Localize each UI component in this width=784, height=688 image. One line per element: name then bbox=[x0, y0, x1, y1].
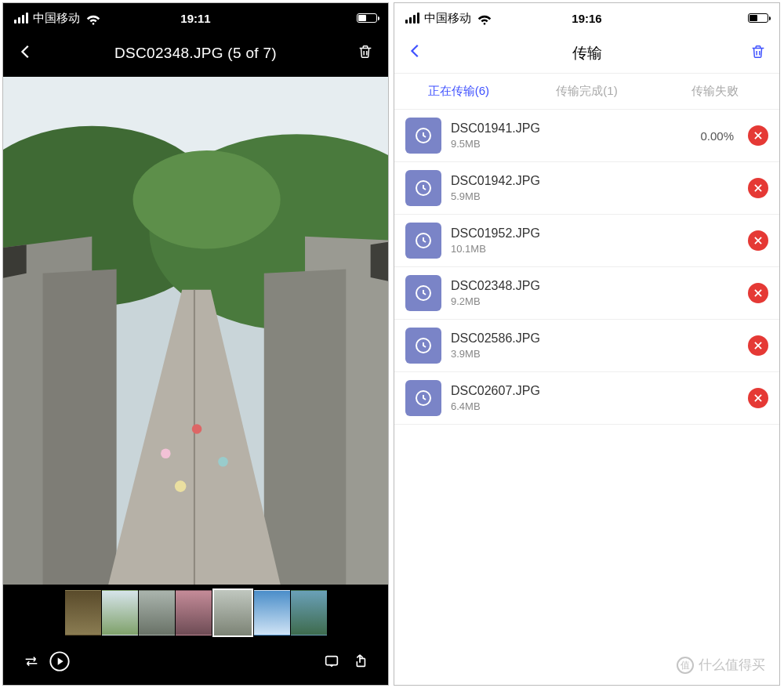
cancel-button[interactable] bbox=[748, 388, 768, 408]
chevron-left-icon bbox=[17, 43, 34, 60]
cancel-button[interactable] bbox=[748, 283, 768, 303]
transfer-screen: 中国移动 19:16 传输 正在传输(6) 传输完成(1) 传输失败 DSC01… bbox=[394, 2, 780, 686]
file-type-icon bbox=[405, 170, 441, 206]
file-size: 10.1MB bbox=[451, 243, 739, 255]
file-type-icon bbox=[405, 380, 441, 416]
transfer-row: DSC01952.JPG10.1MB bbox=[394, 215, 779, 267]
status-bar: 中国移动 19:11 bbox=[3, 3, 388, 33]
svg-point-13 bbox=[175, 480, 187, 492]
cast-icon bbox=[323, 653, 340, 670]
clock-icon bbox=[414, 179, 433, 197]
file-type-icon bbox=[405, 275, 441, 311]
transfer-list[interactable]: DSC01941.JPG9.5MB0.00%DSC01942.JPG5.9MBD… bbox=[394, 110, 779, 685]
wifi-icon bbox=[85, 9, 102, 27]
photo-viewer-screen: 中国移动 19:11 DSC02348.JPG (5 of 7) bbox=[2, 2, 389, 686]
cast-button[interactable] bbox=[318, 647, 346, 675]
close-icon bbox=[753, 340, 764, 351]
photo-display[interactable] bbox=[3, 74, 388, 588]
signal-icon bbox=[14, 13, 28, 24]
back-button[interactable] bbox=[17, 42, 44, 66]
cancel-button[interactable] bbox=[748, 335, 768, 356]
clock-icon bbox=[414, 389, 433, 407]
trash-icon bbox=[750, 43, 767, 60]
transfer-tabs: 正在传输(6) 传输完成(1) 传输失败 bbox=[394, 74, 779, 110]
svg-marker-9 bbox=[371, 241, 388, 283]
play-icon bbox=[49, 650, 71, 672]
transfer-row: DSC01942.JPG5.9MB bbox=[394, 162, 779, 215]
swap-icon bbox=[23, 653, 40, 670]
battery-icon bbox=[357, 13, 377, 23]
thumbnail[interactable] bbox=[291, 590, 327, 635]
status-bar: 中国移动 19:16 bbox=[394, 3, 779, 33]
svg-point-12 bbox=[192, 424, 202, 434]
transfer-row: DSC01941.JPG9.5MB0.00% bbox=[394, 110, 779, 162]
file-size: 5.9MB bbox=[451, 190, 739, 202]
file-type-icon bbox=[405, 223, 441, 259]
transfer-row: DSC02348.JPG9.2MB bbox=[394, 267, 779, 320]
clock-icon bbox=[414, 336, 433, 355]
close-icon bbox=[753, 235, 764, 246]
carrier-label: 中国移动 bbox=[33, 11, 80, 26]
thumbnail[interactable] bbox=[176, 590, 212, 635]
signal-icon bbox=[405, 13, 419, 24]
file-size: 9.5MB bbox=[451, 138, 686, 150]
viewer-bottombar bbox=[3, 638, 388, 685]
file-name: DSC02607.JPG bbox=[451, 384, 739, 398]
progress-percent: 0.00% bbox=[700, 129, 734, 143]
swap-button[interactable] bbox=[17, 647, 45, 675]
thumbnail-strip[interactable] bbox=[3, 588, 388, 638]
cancel-button[interactable] bbox=[748, 125, 768, 146]
file-name: DSC01941.JPG bbox=[451, 121, 686, 136]
battery-icon bbox=[748, 13, 768, 23]
carrier-label: 中国移动 bbox=[424, 11, 471, 26]
close-icon bbox=[753, 183, 764, 194]
page-title: 传输 bbox=[435, 43, 739, 63]
thumbnail[interactable] bbox=[102, 590, 138, 635]
chevron-left-icon bbox=[407, 42, 424, 60]
svg-point-14 bbox=[218, 457, 228, 467]
svg-rect-18 bbox=[326, 657, 338, 665]
svg-marker-10 bbox=[264, 270, 347, 585]
thumbnail[interactable] bbox=[65, 590, 101, 635]
svg-point-4 bbox=[133, 150, 281, 248]
file-size: 9.2MB bbox=[451, 295, 739, 307]
tab-done[interactable]: 传输完成(1) bbox=[523, 84, 652, 99]
cancel-button[interactable] bbox=[748, 230, 768, 251]
close-icon bbox=[753, 130, 764, 141]
file-name: DSC01942.JPG bbox=[451, 174, 739, 188]
file-type-icon bbox=[405, 328, 441, 364]
clear-all-button[interactable] bbox=[739, 43, 767, 63]
file-size: 6.4MB bbox=[451, 400, 739, 412]
play-button[interactable] bbox=[45, 647, 74, 675]
wifi-icon bbox=[476, 9, 493, 27]
back-button[interactable] bbox=[407, 41, 435, 65]
viewer-topbar: DSC02348.JPG (5 of 7) bbox=[3, 33, 388, 74]
file-name: DSC01952.JPG bbox=[451, 226, 739, 241]
thumbnail[interactable] bbox=[139, 590, 175, 635]
thumbnail[interactable] bbox=[212, 588, 253, 637]
svg-point-15 bbox=[161, 449, 171, 459]
transfer-row: DSC02607.JPG6.4MB bbox=[394, 372, 779, 425]
clock-icon bbox=[414, 284, 433, 302]
transfer-row: DSC02586.JPG3.9MB bbox=[394, 320, 779, 372]
share-icon bbox=[351, 653, 368, 670]
thumbnail[interactable] bbox=[254, 590, 290, 635]
tab-failed[interactable]: 传输失败 bbox=[651, 84, 779, 99]
delete-button[interactable] bbox=[347, 43, 374, 64]
trash-icon bbox=[357, 43, 374, 60]
clock-label: 19:16 bbox=[526, 12, 647, 25]
clock-icon bbox=[414, 231, 433, 250]
file-name: DSC02586.JPG bbox=[451, 331, 739, 346]
tab-inprogress[interactable]: 正在传输(6) bbox=[394, 84, 523, 99]
share-button[interactable] bbox=[346, 647, 374, 675]
svg-marker-17 bbox=[58, 657, 64, 664]
file-name: DSC02348.JPG bbox=[451, 279, 739, 293]
close-icon bbox=[753, 393, 764, 404]
close-icon bbox=[753, 288, 764, 299]
clock-label: 19:11 bbox=[135, 12, 256, 25]
file-size: 3.9MB bbox=[451, 348, 739, 360]
cancel-button[interactable] bbox=[748, 178, 768, 198]
svg-marker-7 bbox=[43, 270, 117, 585]
transfer-nav: 传输 bbox=[394, 33, 779, 74]
photo-title: DSC02348.JPG (5 of 7) bbox=[44, 45, 347, 62]
